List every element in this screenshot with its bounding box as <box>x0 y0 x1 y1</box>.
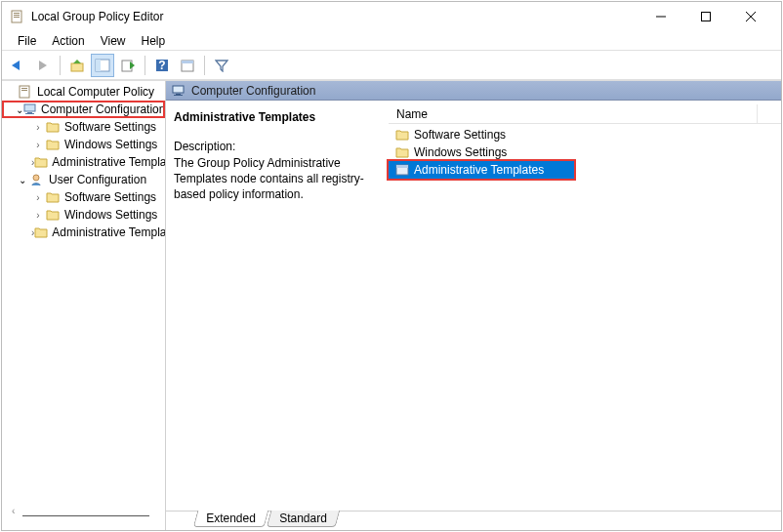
tree-root[interactable]: Local Computer Policy <box>2 83 165 101</box>
tree-software-settings[interactable]: › Software Settings <box>2 118 165 136</box>
svg-rect-19 <box>182 61 193 63</box>
tree-computer-configuration[interactable]: ⌄ Computer Configuration <box>2 101 165 118</box>
back-button[interactable] <box>6 54 29 77</box>
maximize-button[interactable] <box>683 2 728 31</box>
list-header[interactable]: Name <box>389 101 781 124</box>
expand-icon[interactable]: › <box>31 210 45 221</box>
folder-icon <box>394 127 410 143</box>
tree-root-label: Local Computer Policy <box>35 84 156 100</box>
tree-label: Windows Settings <box>62 137 159 152</box>
svg-marker-11 <box>73 60 81 63</box>
tree-label: Administrative Templates <box>50 154 165 170</box>
svg-rect-28 <box>173 86 184 93</box>
collapse-icon[interactable]: ⌄ <box>16 104 23 115</box>
toolbar: ? <box>2 51 781 80</box>
description-label: Description: <box>174 140 378 153</box>
properties-button[interactable] <box>176 54 199 77</box>
details-header-label: Computer Configuration <box>191 84 315 98</box>
list-item-label: Software Settings <box>414 128 506 142</box>
titlebar: Local Group Policy Editor <box>2 2 781 31</box>
tree-admin-templates[interactable]: › Administrative Templates <box>2 153 165 171</box>
tree-user-windows-settings[interactable]: › Windows Settings <box>2 206 165 224</box>
list-item-software-settings[interactable]: Software Settings <box>389 126 781 143</box>
svg-rect-21 <box>20 86 29 98</box>
view-tabs: Extended Standard <box>166 511 781 530</box>
folder-icon <box>45 119 61 135</box>
svg-rect-2 <box>14 15 20 16</box>
scroll-left-icon[interactable]: ‹ <box>12 506 15 516</box>
tree-label: Software Settings <box>62 189 158 205</box>
list-column: Name Software Settings Windows Settings <box>389 101 781 511</box>
close-button[interactable] <box>728 2 773 31</box>
expand-icon[interactable]: › <box>31 140 45 150</box>
user-icon <box>29 172 45 187</box>
menu-action[interactable]: Action <box>44 32 92 50</box>
section-title: Administrative Templates <box>174 110 378 124</box>
filter-button[interactable] <box>210 54 233 77</box>
menu-file[interactable]: File <box>10 32 44 50</box>
tab-standard[interactable]: Standard <box>266 511 339 527</box>
minimize-button[interactable] <box>639 2 683 31</box>
folder-icon <box>34 225 48 240</box>
list-item-windows-settings[interactable]: Windows Settings <box>389 143 781 161</box>
collapse-icon[interactable]: ⌄ <box>16 175 29 185</box>
policy-doc-icon <box>18 84 33 100</box>
tree-user-software-settings[interactable]: › Software Settings <box>2 188 165 206</box>
folder-icon <box>34 154 48 170</box>
horizontal-scrollbar[interactable] <box>22 515 149 516</box>
toolbar-separator-2 <box>144 56 145 75</box>
svg-rect-26 <box>25 113 34 114</box>
menubar: File Action View Help <box>2 31 781 51</box>
tree-label: Software Settings <box>62 119 158 135</box>
tree-pane: Local Computer Policy ⌄ Computer Configu… <box>2 81 166 530</box>
expand-icon[interactable]: › <box>31 122 45 133</box>
menu-view[interactable]: View <box>93 32 134 50</box>
tree-user-admin-templates[interactable]: › Administrative Templates <box>2 224 165 241</box>
help-button[interactable]: ? <box>150 54 174 77</box>
description-column: Administrative Templates Description: Th… <box>166 101 389 511</box>
computer-icon <box>23 102 37 117</box>
window-title: Local Group Policy Editor <box>31 10 639 23</box>
svg-rect-22 <box>21 88 27 89</box>
tree-label: Computer Configuration <box>39 102 165 117</box>
list-item-admin-templates[interactable]: Administrative Templates <box>389 161 574 179</box>
export-list-button[interactable] <box>116 54 140 77</box>
details-header: Computer Configuration <box>166 81 781 101</box>
up-button[interactable] <box>65 54 89 77</box>
svg-rect-32 <box>396 165 408 168</box>
svg-rect-1 <box>14 13 20 14</box>
svg-rect-24 <box>24 104 35 111</box>
list-item-label: Administrative Templates <box>414 163 544 177</box>
details-pane: Computer Configuration Administrative Te… <box>166 81 781 530</box>
svg-point-27 <box>33 175 39 181</box>
forward-button[interactable] <box>31 54 55 77</box>
svg-rect-13 <box>96 60 101 71</box>
svg-marker-20 <box>216 61 227 71</box>
tab-extended[interactable]: Extended <box>193 511 268 527</box>
expand-icon[interactable]: › <box>31 192 45 203</box>
toolbar-separator <box>60 56 61 75</box>
svg-rect-10 <box>71 63 83 71</box>
column-name[interactable]: Name <box>394 104 758 123</box>
svg-rect-25 <box>27 112 32 113</box>
templates-icon <box>394 162 410 178</box>
svg-marker-9 <box>39 61 47 70</box>
tree-windows-settings[interactable]: › Windows Settings <box>2 136 165 153</box>
folder-icon <box>45 137 61 152</box>
svg-rect-5 <box>702 13 711 21</box>
tree-label: Administrative Templates <box>50 225 165 240</box>
toolbar-separator-3 <box>204 56 205 75</box>
list-item-label: Windows Settings <box>414 145 507 159</box>
folder-icon <box>394 144 410 160</box>
menu-help[interactable]: Help <box>134 32 174 50</box>
svg-text:?: ? <box>158 59 165 72</box>
show-hide-tree-button[interactable] <box>91 54 114 77</box>
tree-user-configuration[interactable]: ⌄ User Configuration <box>2 171 165 188</box>
tree-scrollbar-area: ‹ <box>2 497 165 530</box>
svg-rect-30 <box>174 95 183 96</box>
app-icon <box>10 9 25 24</box>
tree-label: Windows Settings <box>62 207 159 223</box>
description-text: The Group Policy Administrative Template… <box>174 155 378 203</box>
folder-icon <box>45 207 61 223</box>
folder-icon <box>45 189 61 205</box>
